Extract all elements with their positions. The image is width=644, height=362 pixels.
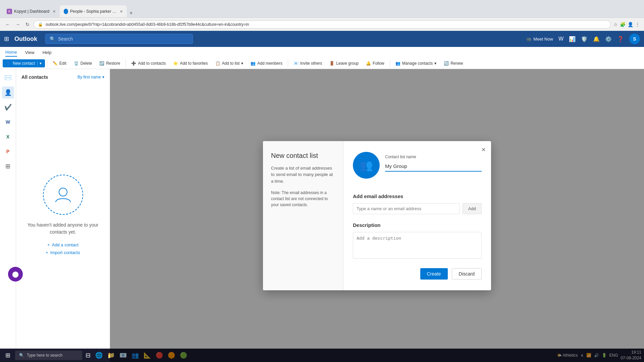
manage-contacts-button[interactable]: 👥 Manage contacts ▾ [392, 59, 440, 67]
menu-help[interactable]: Help [43, 49, 52, 56]
modal-close-button[interactable]: ✕ [480, 145, 487, 154]
restore-icon: ↩️ [99, 61, 104, 66]
add-to-favorites-button[interactable]: ⭐ Add to favorites [170, 59, 211, 67]
nav-menu-icon[interactable]: ⋮ [635, 22, 640, 27]
invite-others-button[interactable]: 📧 Invite others [290, 59, 325, 67]
add-to-contacts-button[interactable]: ➕ Add to contacts [128, 59, 169, 67]
kopyst-favicon: K [7, 9, 12, 14]
word-icon[interactable]: W [558, 36, 564, 42]
floating-orb-button[interactable]: ⬤ [8, 267, 23, 282]
kopyst-tab-close[interactable]: ✕ [53, 9, 56, 14]
add-email-button[interactable]: Add [463, 203, 482, 214]
contact-list-name-input[interactable] [385, 161, 482, 172]
contact-list-avatar: 👥 [353, 152, 380, 179]
empty-text: You haven't added anyone to your contact… [21, 222, 104, 236]
add-tab-button[interactable]: + [127, 9, 135, 17]
outlook-tab-close[interactable]: ✕ [120, 9, 123, 14]
manage-icon: 👥 [395, 61, 400, 66]
import-contacts-link[interactable]: + Import contacts [46, 250, 80, 255]
meet-now-button[interactable]: 📹 Meet Now [526, 37, 553, 42]
taskbar-search[interactable]: 🔍 Type here to search [15, 351, 82, 360]
search-icon: 🔍 [50, 36, 55, 42]
star-icon: ⭐ [173, 61, 178, 66]
bell-icon[interactable]: 🔔 [593, 36, 600, 42]
nav-forward-button[interactable]: → [14, 20, 21, 28]
browser-nav: ← → ↻ 🔒 outlook.live.com/people/0/?nlp=1… [0, 17, 644, 31]
import-plus-icon: + [46, 250, 48, 255]
search-box[interactable]: 🔍 Search [45, 34, 193, 44]
renew-button[interactable]: 🔄 Renew [440, 59, 466, 67]
delete-button[interactable]: 🗑️ Delete [70, 59, 96, 67]
leave-icon: 🚪 [329, 61, 334, 66]
tab-outlook[interactable]: 👤 People - Sophia parker - Outlo... ✕ [60, 5, 127, 17]
settings-icon[interactable]: ⚙️ [605, 36, 612, 42]
start-button[interactable]: ⊞ [3, 350, 13, 360]
sidebar-icon-apps[interactable]: ⊞ [2, 160, 14, 172]
nav-refresh-button[interactable]: ↻ [24, 20, 31, 28]
address-text: outlook.live.com/people/0/?nlp=1&cobrand… [46, 22, 249, 27]
excel-icon[interactable]: 📊 [569, 36, 576, 42]
sidebar-icon-powerpoint[interactable]: P [2, 145, 14, 158]
contact-list-name-label: Contact list name [385, 155, 482, 159]
nav-back-button[interactable]: ← [4, 20, 11, 28]
grid-icon[interactable]: ⊞ [4, 35, 9, 43]
nav-profile-icon[interactable]: 👤 [628, 22, 633, 27]
create-button[interactable]: Create [420, 268, 448, 280]
sidebar-icon-mail[interactable]: ✉️ [2, 72, 14, 84]
kopyst-tab-title: Kopyst | Dashboard [14, 9, 49, 14]
help-icon[interactable]: ❓ [617, 36, 624, 42]
restore-button[interactable]: ↩️ Restore [96, 59, 123, 67]
menu-home[interactable]: Home [5, 48, 17, 57]
email-address-input[interactable] [353, 203, 460, 214]
address-bar[interactable]: 🔒 outlook.live.com/people/0/?nlp=1&cobra… [34, 20, 611, 28]
edit-icon: ✏️ [53, 61, 58, 66]
description-input[interactable] [353, 232, 482, 259]
modal-description: Create a list of email addresses to send… [271, 165, 335, 185]
leave-group-button[interactable]: 🚪 Leave group [326, 59, 362, 67]
taskbar-task-view[interactable]: ⊟ [84, 350, 92, 360]
description-section-title: Description [353, 222, 482, 228]
delete-icon: 🗑️ [74, 61, 79, 66]
modal-note: Note: The email addresses in a contact l… [271, 190, 335, 208]
outlook-logo: Outlook [14, 36, 37, 43]
discard-button[interactable]: Discard [452, 268, 482, 280]
nav-star-icon[interactable]: ☆ [613, 22, 618, 27]
add-to-list-button[interactable]: 📋 Add to list ▾ [212, 59, 247, 67]
new-contact-button[interactable]: 👤 New contact ▾ [3, 59, 45, 67]
manage-dropdown-icon[interactable]: ▾ [434, 61, 436, 66]
edit-button[interactable]: ✏️ Edit [49, 59, 70, 67]
add-members-button[interactable]: 👥 Add members [247, 59, 286, 67]
sep-3 [288, 59, 288, 67]
list-icon: 📋 [215, 61, 220, 66]
sidebar-icon-people[interactable]: 👤 [2, 86, 14, 99]
tab-kopyst[interactable]: K Kopyst | Dashboard ✕ [3, 5, 60, 17]
contacts-empty-state: You haven't added anyone to your contact… [21, 85, 104, 347]
nav-icons: ☆ 🧩 👤 ⋮ [613, 22, 640, 27]
sort-button[interactable]: By first name ▾ [77, 75, 104, 79]
members-icon: 👥 [251, 61, 256, 66]
taskbar-edge-icon[interactable]: 🌐 [94, 350, 104, 360]
follow-icon: 🔔 [366, 61, 371, 66]
list-dropdown-icon[interactable]: ▾ [241, 61, 243, 66]
empty-avatar [43, 175, 83, 215]
add-contact-link[interactable]: + Add a contact [47, 242, 78, 247]
contacts-title: All contacts [21, 74, 48, 80]
modal-title: New contact list [271, 152, 335, 160]
sidebar-icon-tasks[interactable]: ✔️ [2, 101, 14, 113]
group-avatar-icon: 👥 [360, 159, 373, 172]
ribbon-menu: Home View Help [0, 47, 644, 58]
shield-icon[interactable]: 🛡️ [581, 36, 588, 42]
modal-actions: Create Discard [353, 268, 482, 280]
outlook-app: ⊞ Outlook 🔍 Search 📹 Meet Now W 📊 🛡️ 🔔 ⚙… [0, 31, 644, 362]
sidebar-icon-excel[interactable]: X [2, 131, 14, 143]
follow-button[interactable]: 🔔 Follow [363, 59, 388, 67]
meet-now-icon: 📹 [526, 37, 531, 42]
menu-view[interactable]: View [25, 49, 35, 56]
sidebar-icon-word[interactable]: W [2, 116, 14, 128]
nav-extensions-icon[interactable]: 🧩 [620, 22, 626, 27]
user-avatar[interactable]: S [629, 34, 640, 44]
add-contact-plus-icon: + [47, 242, 50, 247]
email-input-row: Add [353, 203, 482, 214]
ribbon-toolbar: 👤 New contact ▾ ✏️ Edit 🗑️ Delete ↩️ Res… [0, 58, 644, 69]
new-contact-dropdown[interactable]: ▾ [37, 61, 42, 66]
